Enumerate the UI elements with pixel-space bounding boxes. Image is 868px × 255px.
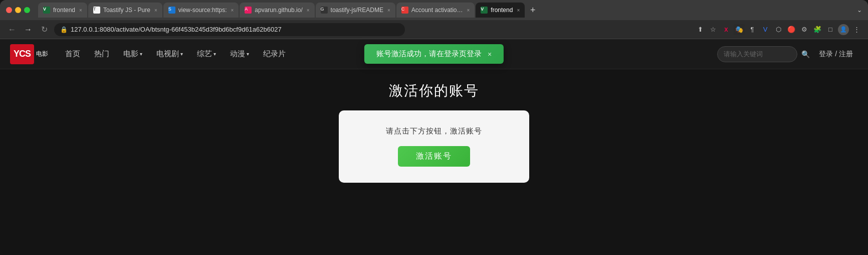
movies-arrow-icon: ▾ <box>140 51 142 57</box>
site-logo[interactable]: YCS 电影 <box>10 44 48 64</box>
tab-favicon-3: S <box>168 7 175 14</box>
tab-label-3: view-source:https: <box>178 7 227 14</box>
tab-label-1: frontend <box>53 7 75 14</box>
tab-close-3[interactable]: × <box>231 8 234 13</box>
auth-link[interactable]: 登录 / 注册 <box>814 50 858 59</box>
page-content: YCS 电影 首页 热门 电影 ▾ 电视剧 ▾ <box>0 39 868 255</box>
title-bar: V frontend × T Toastify JS - Pure × S vi… <box>0 0 868 20</box>
tab-frontend-2[interactable]: V frontend × <box>476 3 525 18</box>
nav-item-movies[interactable]: 电影 ▾ <box>116 39 149 69</box>
ext-icon-2[interactable]: ¶ <box>747 24 758 35</box>
tab-close-6[interactable]: × <box>467 8 470 13</box>
nav-label-tv: 电视剧 <box>156 49 179 59</box>
tab-label-2: Toastify JS - Pure <box>103 7 150 14</box>
tab-label-5: toastify-js/README <box>331 7 383 14</box>
url-text: 127.0.0.1:8080/activate/OA/btsntg-66f453… <box>71 26 282 33</box>
tab-viewsource[interactable]: S view-source:https: × <box>163 3 239 18</box>
tab-close-2[interactable]: × <box>154 8 157 13</box>
logo-text: YCS <box>14 49 31 59</box>
anime-arrow-icon: ▾ <box>247 51 249 57</box>
menu-icon[interactable]: ⋮ <box>851 24 862 35</box>
bookmark-star-icon[interactable]: ☆ <box>708 24 719 35</box>
activate-button[interactable]: 激活账号 <box>398 146 470 167</box>
tab-favicon-2: T <box>93 7 100 14</box>
nav-item-documentary[interactable]: 纪录片 <box>256 39 293 69</box>
nav-label-anime: 动漫 <box>230 49 245 59</box>
x-icon[interactable]: X <box>721 24 732 35</box>
tab-label-7: frontend <box>491 7 513 14</box>
url-bar[interactable]: 🔒 127.0.0.1:8080/activate/OA/btsntg-66f4… <box>54 23 405 36</box>
nav-label-home: 首页 <box>65 49 80 59</box>
nav-item-anime[interactable]: 动漫 ▾ <box>223 39 256 69</box>
toast-notification: 账号激活成功，请在登录页登录 × <box>364 44 504 64</box>
nav-label-movies: 电影 <box>123 49 138 59</box>
close-button[interactable] <box>6 7 12 13</box>
fullscreen-button[interactable] <box>24 7 30 13</box>
card-instruction: 请点击下方按钮，激活账号 <box>386 126 482 136</box>
tab-label-6: Account activatio… <box>411 7 463 14</box>
tab-favicon-4: A <box>245 7 252 14</box>
logo-sub: 电影 <box>36 50 48 58</box>
nav-label-variety: 综艺 <box>197 49 212 59</box>
search-box[interactable]: 请输入关键词 <box>717 46 797 62</box>
search-placeholder: 请输入关键词 <box>724 50 763 59</box>
tab-favicon-7: V <box>481 7 488 14</box>
tab-favicon-6: C <box>401 7 408 14</box>
forward-button[interactable]: → <box>22 24 34 36</box>
tab-apvarun[interactable]: A apvarun.github.io/ × <box>240 3 314 18</box>
ext-icon-5[interactable]: 🔴 <box>786 24 797 35</box>
ext-icon-8[interactable]: □ <box>825 24 836 35</box>
search-icon[interactable]: 🔍 <box>801 50 810 58</box>
nav-label-hot: 热门 <box>94 49 109 59</box>
page-body: 激活你的账号 请点击下方按钮，激活账号 激活账号 <box>0 69 868 255</box>
tab-frontend-1[interactable]: V frontend × <box>38 3 87 18</box>
reload-button[interactable]: ↻ <box>38 24 50 36</box>
site-header: YCS 电影 首页 热门 电影 ▾ 电视剧 ▾ <box>0 39 868 69</box>
search-area: 请输入关键词 🔍 登录 / 注册 <box>717 46 858 62</box>
ext-icon-6[interactable]: ⚙ <box>799 24 810 35</box>
tabs-bar: V frontend × T Toastify JS - Pure × S vi… <box>38 3 862 18</box>
tab-account-activation[interactable]: C Account activatio… × <box>396 3 475 18</box>
tab-label-4: apvarun.github.io/ <box>255 7 302 14</box>
ext-icon-4[interactable]: ⬡ <box>773 24 784 35</box>
activation-card: 请点击下方按钮，激活账号 激活账号 <box>339 110 529 183</box>
tab-favicon-1: V <box>43 7 50 14</box>
ext-icon-7[interactable]: 🧩 <box>812 24 823 35</box>
tv-arrow-icon: ▾ <box>180 51 183 57</box>
nav-item-hot[interactable]: 热门 <box>87 39 116 69</box>
toast-message: 账号激活成功，请在登录页登录 <box>376 49 482 59</box>
tabs-chevron-icon[interactable]: ⌄ <box>857 7 862 14</box>
address-bar: ← → ↻ 🔒 127.0.0.1:8080/activate/OA/btsnt… <box>0 20 868 39</box>
nav-item-home[interactable]: 首页 <box>58 39 87 69</box>
toolbar-icons: ⬆ ☆ X 🎭 ¶ V ⬡ 🔴 ⚙ 🧩 □ 👤 ⋮ <box>695 24 862 35</box>
new-tab-button[interactable]: + <box>526 3 540 17</box>
ext-icon-3[interactable]: V <box>760 24 771 35</box>
minimize-button[interactable] <box>15 7 21 13</box>
ext-icon-1[interactable]: 🎭 <box>734 24 745 35</box>
back-button[interactable]: ← <box>6 24 18 36</box>
tab-close-5[interactable]: × <box>387 8 390 13</box>
tab-toastify-readme[interactable]: G toastify-js/README × <box>316 3 395 18</box>
nav-item-variety[interactable]: 综艺 ▾ <box>190 39 223 69</box>
logo-box: YCS <box>10 44 34 64</box>
share-icon[interactable]: ⬆ <box>695 24 706 35</box>
variety-arrow-icon: ▾ <box>213 51 216 57</box>
traffic-lights <box>6 7 30 13</box>
tab-toastify[interactable]: T Toastify JS - Pure × <box>88 3 162 18</box>
tab-favicon-5: G <box>321 7 328 14</box>
profile-icon[interactable]: 👤 <box>838 24 849 35</box>
tab-close-1[interactable]: × <box>79 8 82 13</box>
nav-item-tv[interactable]: 电视剧 ▾ <box>149 39 190 69</box>
tab-close-4[interactable]: × <box>307 8 310 13</box>
page-title: 激活你的账号 <box>389 81 479 100</box>
toast-close-button[interactable]: × <box>488 50 492 58</box>
nav-label-documentary: 纪录片 <box>263 49 286 59</box>
browser-window: V frontend × T Toastify JS - Pure × S vi… <box>0 0 868 255</box>
secure-icon: 🔒 <box>60 26 68 33</box>
tab-close-7[interactable]: × <box>517 8 520 13</box>
